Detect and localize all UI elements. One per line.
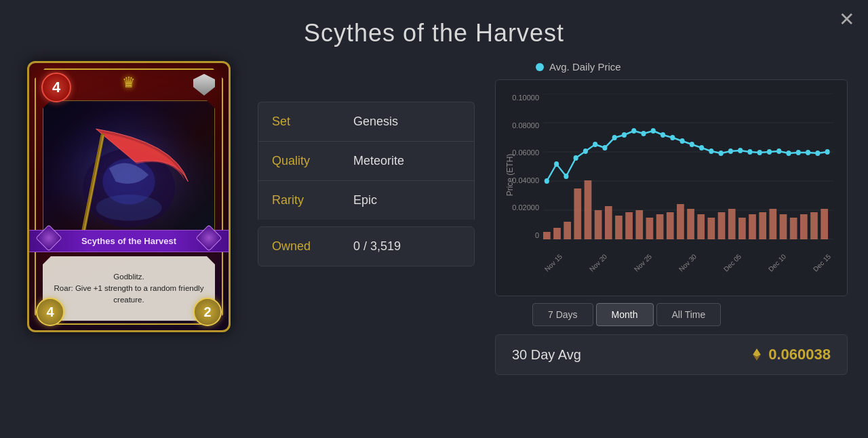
svg-point-67 <box>806 150 810 155</box>
rarity-value: Epic <box>353 193 377 207</box>
y-tick-5: 0.10000 <box>512 94 539 102</box>
svg-rect-32 <box>749 214 756 239</box>
svg-point-68 <box>815 151 820 156</box>
svg-rect-39 <box>821 209 828 239</box>
svg-point-5 <box>96 195 162 221</box>
card-mana-cost: 4 <box>41 73 71 102</box>
svg-rect-14 <box>564 222 571 239</box>
set-label: Set <box>272 115 353 129</box>
modal: ✕ Scythes of the Harvest 4 ♛ <box>0 0 868 438</box>
svg-point-46 <box>602 145 607 151</box>
svg-rect-34 <box>769 209 776 239</box>
svg-rect-29 <box>718 212 726 239</box>
btn-all-time[interactable]: All Time <box>656 303 722 326</box>
svg-rect-35 <box>780 214 787 239</box>
card-attack-badge: 4 <box>36 298 64 326</box>
x-tick-6: Dec 10 <box>767 253 787 273</box>
crown-icon: ♛ <box>122 74 136 92</box>
svg-point-41 <box>554 161 559 167</box>
svg-point-49 <box>631 128 636 134</box>
close-button[interactable]: ✕ <box>839 8 854 31</box>
shield-icon <box>193 74 215 96</box>
svg-rect-28 <box>708 218 715 239</box>
btn-month[interactable]: Month <box>596 303 654 326</box>
svg-point-50 <box>641 131 646 136</box>
svg-rect-36 <box>790 218 797 239</box>
svg-rect-12 <box>543 232 551 239</box>
price-summary: 30 Day Avg 0.060038 <box>495 334 848 375</box>
card-shield <box>192 73 216 97</box>
eth-icon <box>751 349 763 361</box>
svg-point-53 <box>670 135 675 140</box>
x-tick-2: Nov 20 <box>588 253 608 273</box>
card-top-emblem: ♛ <box>108 73 149 93</box>
svg-rect-23 <box>656 214 664 239</box>
y-tick-2: 0.04000 <box>512 176 539 184</box>
svg-rect-38 <box>810 212 818 239</box>
card-stats: 4 2 <box>36 298 222 326</box>
card-health-badge: 2 <box>193 298 222 326</box>
svg-rect-19 <box>615 216 623 239</box>
quality-value: Meteorite <box>353 154 404 168</box>
svg-point-64 <box>776 148 781 154</box>
svg-rect-30 <box>728 209 736 239</box>
y-tick-0: 0 <box>535 231 539 239</box>
info-row-rarity: Rarity Epic <box>258 180 475 220</box>
svg-point-45 <box>593 142 597 147</box>
info-row-quality: Quality Meteorite <box>258 141 475 180</box>
y-tick-1: 0.02000 <box>512 203 539 212</box>
x-tick-3: Nov 25 <box>633 253 653 273</box>
svg-point-69 <box>825 149 830 155</box>
svg-point-61 <box>747 149 752 155</box>
svg-rect-26 <box>687 209 694 239</box>
price-amount: 0.060038 <box>768 346 831 363</box>
legend-label: Avg. Daily Price <box>549 61 621 73</box>
price-label: 30 Day Avg <box>512 347 581 363</box>
info-row-owned: Owned 0 / 3,519 <box>258 226 475 266</box>
svg-point-56 <box>699 145 704 151</box>
y-tick-3: 0.06000 <box>512 148 539 157</box>
info-section: Set Genesis Quality Meteorite Rarity Epi… <box>258 102 475 266</box>
svg-point-58 <box>719 151 724 156</box>
svg-point-52 <box>660 132 665 138</box>
svg-rect-15 <box>574 188 581 239</box>
svg-rect-16 <box>585 180 592 239</box>
svg-point-40 <box>545 178 549 184</box>
owned-value: 0 / 3,519 <box>353 239 401 254</box>
legend-dot <box>536 63 544 71</box>
svg-rect-27 <box>697 214 705 239</box>
info-divider <box>258 220 475 226</box>
chart-time-buttons: 7 Days Month All Time <box>495 303 848 326</box>
chart-container: 0.10000 0.08000 0.06000 0.04000 0.02000 … <box>495 79 848 296</box>
svg-rect-37 <box>800 214 808 239</box>
svg-point-51 <box>651 128 656 134</box>
set-value: Genesis <box>353 115 398 129</box>
svg-point-59 <box>728 148 733 154</box>
svg-point-66 <box>796 150 801 155</box>
svg-rect-25 <box>677 204 684 239</box>
svg-rect-13 <box>553 228 561 239</box>
svg-point-63 <box>767 149 772 155</box>
y-axis-label: Price (ETH) <box>505 154 515 197</box>
content-area: 4 ♛ <box>0 61 868 438</box>
svg-rect-18 <box>605 206 612 239</box>
svg-point-43 <box>574 155 578 161</box>
x-tick-5: Dec 05 <box>722 253 743 273</box>
card-section: 4 ♛ <box>20 61 237 332</box>
chart-section: Avg. Daily Price 0.10000 0.08000 0.06000… <box>495 61 848 375</box>
svg-rect-31 <box>738 218 746 239</box>
btn-7days[interactable]: 7 Days <box>532 303 593 326</box>
svg-rect-33 <box>759 212 766 239</box>
svg-point-48 <box>622 132 627 138</box>
owned-label: Owned <box>272 239 353 254</box>
rarity-label: Rarity <box>272 193 353 207</box>
svg-point-65 <box>786 151 791 156</box>
card-frame: 4 ♛ <box>27 61 231 332</box>
page-title: Scythes of the Harvest <box>0 0 868 61</box>
svg-point-44 <box>583 148 588 154</box>
svg-point-42 <box>564 174 568 179</box>
x-tick-4: Nov 30 <box>677 253 698 273</box>
svg-rect-20 <box>625 212 633 239</box>
svg-point-57 <box>709 148 713 154</box>
svg-point-54 <box>680 138 685 144</box>
